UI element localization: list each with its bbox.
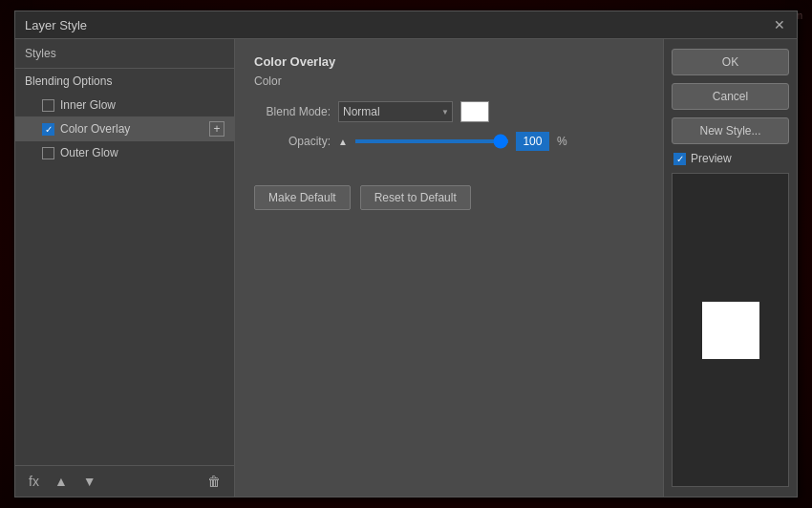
- blend-mode-select-wrapper: Normal Dissolve Darken Multiply Screen O…: [338, 101, 453, 122]
- preview-label: Preview: [691, 152, 732, 165]
- styles-header: Styles: [15, 39, 234, 69]
- preview-row: ✓ Preview: [672, 152, 789, 165]
- title-bar: Layer Style ✕: [15, 11, 797, 39]
- outer-glow-checkbox[interactable]: [42, 147, 54, 159]
- color-swatch[interactable]: [460, 101, 489, 122]
- color-overlay-label: Color Overlay: [60, 122, 203, 136]
- preview-square: [702, 302, 759, 359]
- sidebar-item-color-overlay[interactable]: ✓ Color Overlay +: [15, 116, 234, 141]
- layer-style-dialog: Layer Style ✕ Styles Blending Options In…: [14, 11, 798, 497]
- color-subtitle: Color: [254, 74, 644, 88]
- opacity-slider[interactable]: [355, 139, 508, 143]
- color-overlay-checkbox[interactable]: ✓: [42, 123, 54, 136]
- section-title: Color Overlay: [254, 54, 644, 69]
- right-panel: OK Cancel New Style... ✓ Preview: [663, 39, 797, 497]
- percent-label: %: [557, 135, 567, 148]
- styles-list: Blending Options Inner Glow ✓ Color Over…: [15, 69, 234, 465]
- center-footer: Make Default Reset to Default: [254, 185, 644, 210]
- fx-button[interactable]: fx: [25, 472, 43, 491]
- move-up-button[interactable]: ▲: [51, 472, 72, 491]
- opacity-label: Opacity:: [254, 135, 331, 148]
- sidebar-item-inner-glow[interactable]: Inner Glow: [15, 94, 234, 116]
- opacity-input[interactable]: [516, 132, 549, 151]
- opacity-row: Opacity: ▲ %: [254, 132, 644, 151]
- blend-mode-label: Blend Mode:: [254, 105, 331, 118]
- inner-glow-checkbox[interactable]: [42, 99, 54, 112]
- blend-mode-select[interactable]: Normal Dissolve Darken Multiply Screen O…: [338, 101, 453, 122]
- center-panel: Color Overlay Color Blend Mode: Normal D…: [235, 39, 663, 497]
- left-panel: Styles Blending Options Inner Glow ✓ Col…: [15, 39, 235, 497]
- dialog-title: Layer Style: [25, 18, 87, 32]
- reset-to-default-button[interactable]: Reset to Default: [360, 185, 471, 210]
- ok-button[interactable]: OK: [672, 49, 789, 75]
- cancel-button[interactable]: Cancel: [672, 83, 789, 110]
- left-panel-footer: fx ▲ ▼ 🗑: [15, 465, 234, 497]
- inner-glow-label: Inner Glow: [60, 98, 224, 112]
- preview-checkbox[interactable]: ✓: [673, 153, 686, 165]
- move-down-button[interactable]: ▼: [79, 472, 100, 491]
- dialog-body: Styles Blending Options Inner Glow ✓ Col…: [15, 39, 797, 497]
- preview-area: [672, 173, 789, 487]
- sidebar-item-outer-glow[interactable]: Outer Glow: [15, 141, 234, 164]
- close-button[interactable]: ✕: [772, 17, 787, 32]
- color-overlay-add-button[interactable]: +: [209, 121, 224, 137]
- blending-options-header[interactable]: Blending Options: [15, 69, 234, 94]
- outer-glow-label: Outer Glow: [60, 146, 224, 159]
- delete-button[interactable]: 🗑: [203, 472, 224, 491]
- make-default-button[interactable]: Make Default: [254, 185, 351, 210]
- blend-mode-row: Blend Mode: Normal Dissolve Darken Multi…: [254, 101, 644, 122]
- new-style-button[interactable]: New Style...: [672, 117, 789, 144]
- opacity-slider-icon: ▲: [338, 137, 348, 147]
